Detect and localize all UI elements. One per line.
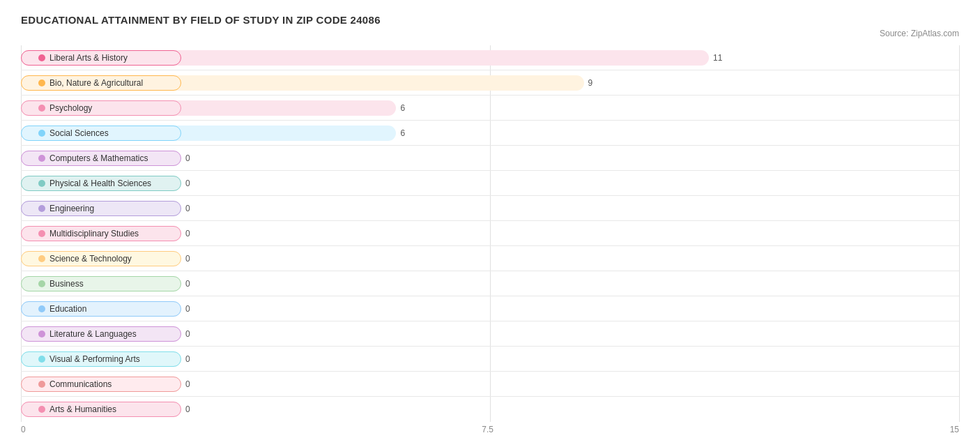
bar-value: 11: [713, 53, 722, 63]
bar-value: 0: [185, 354, 190, 364]
bar-label: Arts & Humanities: [21, 402, 181, 417]
bar-label: Engineering: [21, 201, 181, 216]
bar-dot: [38, 130, 45, 137]
bar-value: 0: [185, 304, 190, 314]
bar-row: Social Sciences6: [21, 121, 959, 146]
bar-dot: [38, 205, 45, 212]
bar-value: 0: [185, 404, 190, 414]
x-axis-label: 15: [950, 425, 959, 434]
bar-label: Science & Technology: [21, 251, 181, 266]
bar-dot: [38, 381, 45, 388]
bar-row: Education0: [21, 296, 959, 321]
bar-row: Liberal Arts & History11: [21, 45, 959, 70]
bar-dot: [38, 356, 45, 363]
bar-label: Visual & Performing Arts: [21, 351, 181, 367]
bar-dot: [38, 305, 45, 312]
bar-value: 0: [185, 329, 190, 339]
bar-value: 9: [588, 78, 593, 88]
bar-value: 0: [185, 204, 190, 213]
bar-row: Business0: [21, 271, 959, 296]
bar-dot: [38, 255, 45, 262]
bar-value: 0: [185, 279, 190, 289]
bar-row: Visual & Performing Arts0: [21, 347, 959, 372]
bar-value: 0: [185, 153, 190, 163]
chart-area: Liberal Arts & History11Bio, Nature & Ag…: [21, 45, 959, 434]
bar-value: 0: [185, 379, 190, 389]
bar-value: 0: [185, 229, 190, 238]
bar-label: Education: [21, 301, 181, 317]
bar-value: 0: [185, 254, 190, 264]
bar-dot: [38, 280, 45, 287]
bar-row: Literature & Languages0: [21, 321, 959, 347]
bar-row: Communications0: [21, 372, 959, 397]
bar-dot: [38, 155, 45, 162]
bars-container: Liberal Arts & History11Bio, Nature & Ag…: [21, 45, 959, 422]
bar-label: Business: [21, 276, 181, 291]
bar-row: Physical & Health Sciences0: [21, 171, 959, 196]
bar-row: Psychology6: [21, 96, 959, 121]
bar-label: Literature & Languages: [21, 326, 181, 342]
bar-row: Science & Technology0: [21, 246, 959, 271]
bar-dot: [38, 180, 45, 187]
source-label: Source: ZipAtlas.com: [21, 29, 959, 38]
x-axis-label: 0: [21, 425, 26, 434]
bar-dot: [38, 331, 45, 337]
bar-row: Computers & Mathematics0: [21, 146, 959, 171]
x-axis-label: 7.5: [482, 425, 493, 434]
bar-dot: [38, 406, 45, 413]
bar-dot: [38, 54, 45, 61]
bar-row: Engineering0: [21, 196, 959, 221]
bar-dot: [38, 105, 45, 112]
bar-label: Computers & Mathematics: [21, 151, 181, 166]
bar-row: Arts & Humanities0: [21, 397, 959, 422]
chart-title: EDUCATIONAL ATTAINMENT BY FIELD OF STUDY…: [21, 14, 959, 26]
bar-label: Bio, Nature & Agricultural: [21, 75, 181, 91]
bar-value: 0: [185, 179, 190, 188]
bar-dot: [38, 79, 45, 86]
bar-row: Bio, Nature & Agricultural9: [21, 70, 959, 96]
bar-label: Psychology: [21, 100, 181, 116]
bar-label: Communications: [21, 377, 181, 392]
bar-label: Physical & Health Sciences: [21, 176, 181, 191]
x-axis: 07.515: [21, 425, 959, 434]
bar-label: Social Sciences: [21, 126, 181, 141]
bar-dot: [38, 230, 45, 237]
bar-row: Multidisciplinary Studies0: [21, 221, 959, 246]
bar-value: 6: [400, 128, 405, 138]
bar-value: 6: [400, 103, 405, 113]
bar-label: Multidisciplinary Studies: [21, 226, 181, 241]
bar-label: Liberal Arts & History: [21, 50, 181, 66]
